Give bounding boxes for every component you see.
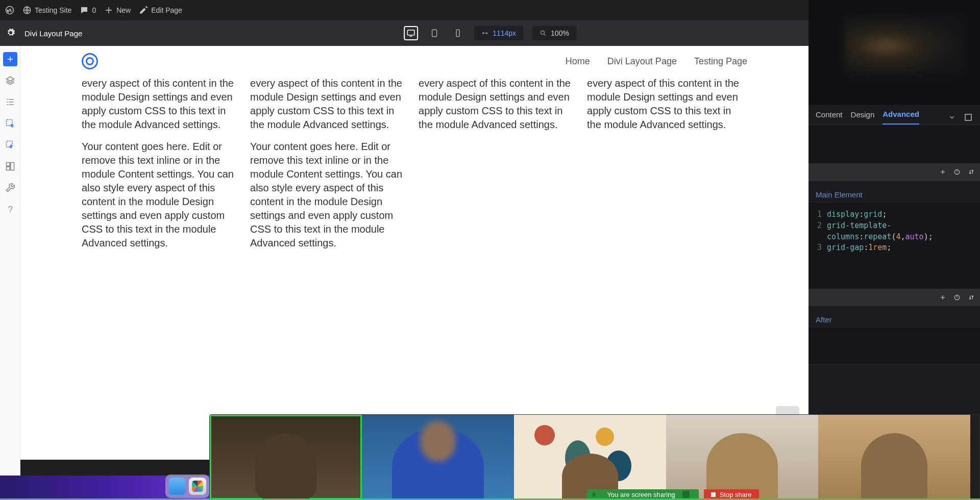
sort-icon[interactable] [968, 168, 975, 176]
nav-home[interactable]: Home [566, 56, 590, 67]
svg-text:?: ? [8, 205, 12, 214]
plus-icon [6, 55, 14, 63]
phone-view-button[interactable] [451, 26, 465, 40]
grid-cell[interactable]: Your content goes here. Edit or remove t… [250, 140, 410, 250]
grid-cell[interactable]: every aspect of this content in the modu… [82, 77, 242, 132]
new-label: New [116, 6, 131, 14]
caret-down-icon[interactable] [948, 114, 955, 121]
comments-count: 0 [92, 6, 96, 14]
viewport-width-input[interactable]: 1114px [474, 26, 523, 40]
svg-rect-13 [965, 114, 971, 120]
hover-select-button[interactable] [5, 140, 15, 152]
cursor-select-icon [5, 118, 15, 129]
settings-tabs: Content Design Advanced [808, 105, 980, 125]
width-icon [481, 30, 488, 37]
svg-rect-10 [10, 163, 14, 170]
tablet-icon [430, 29, 439, 38]
left-toolbar: ? [0, 46, 20, 500]
site-name-text: Testing Site [35, 6, 71, 14]
page-title: Divi Layout Page [24, 29, 82, 38]
tab-advanced[interactable]: Advanced [883, 110, 919, 124]
zoom-participant-tile[interactable] [210, 415, 362, 499]
divi-logo[interactable] [82, 53, 98, 69]
comments-link[interactable]: 0 [80, 6, 96, 15]
nav-divi-layout[interactable]: Divi Layout Page [607, 56, 677, 67]
stop-icon [711, 492, 716, 497]
shield-icon [682, 491, 690, 498]
wireframe-icon [5, 161, 15, 171]
grid-cell[interactable]: every aspect of this content in the modu… [587, 77, 747, 132]
svg-rect-9 [6, 163, 10, 166]
help-button[interactable]: ? [5, 204, 15, 216]
tab-content[interactable]: Content [816, 110, 843, 124]
edit-page-link[interactable]: Edit Page [139, 6, 182, 15]
tablet-view-button[interactable] [427, 26, 442, 40]
svg-point-5 [541, 31, 544, 34]
sort-icon[interactable] [968, 294, 975, 301]
site-name-link[interactable]: Testing Site [22, 6, 71, 15]
css-box-footer [808, 163, 980, 181]
edit-page-label: Edit Page [151, 6, 182, 14]
content-grid: every aspect of this content in the modu… [82, 77, 747, 250]
expand-icon[interactable] [964, 113, 973, 122]
stop-share-label: Stop share [720, 491, 752, 498]
site-nav: Home Divi Layout Page Testing Page [566, 56, 747, 67]
grid-cell[interactable]: every aspect of this content in the modu… [250, 77, 410, 132]
settings-preview-thumbnail [808, 0, 980, 105]
plus-icon[interactable] [939, 294, 946, 301]
wordpress-icon [5, 6, 14, 15]
grid-cell[interactable]: every aspect of this content in the modu… [419, 77, 579, 132]
layers-button[interactable] [5, 76, 15, 88]
wireframe-button[interactable] [5, 161, 15, 173]
css-main-element-editor[interactable]: 1display:grid; 2grid-template- columns:r… [808, 203, 980, 306]
list-button[interactable] [5, 97, 15, 109]
sharing-text: You are screen sharing [607, 491, 675, 498]
wrench-icon [5, 183, 15, 193]
css-box-footer [808, 289, 980, 306]
desktop-icon [406, 29, 415, 38]
new-link[interactable]: New [104, 6, 131, 15]
grid-cell[interactable]: Your content goes here. Edit or remove t… [82, 140, 242, 250]
viewport-controls: 1114px 100% [404, 26, 576, 40]
zoom-input[interactable]: 100% [532, 26, 576, 40]
svg-rect-2 [407, 30, 414, 35]
help-icon: ? [5, 204, 15, 214]
plus-icon[interactable] [939, 168, 946, 176]
site-icon [22, 6, 32, 15]
plus-icon [104, 6, 113, 15]
gear-icon [6, 28, 15, 37]
builder-settings-button[interactable] [6, 28, 15, 39]
css-after-box[interactable] [808, 328, 980, 365]
viewport-width-value: 1114px [493, 29, 516, 37]
layers-icon [5, 76, 15, 86]
power-icon[interactable] [953, 168, 961, 176]
zoom-participant-tile[interactable] [666, 415, 818, 499]
zoom-participant-tile[interactable] [362, 415, 514, 499]
list-icon [5, 97, 15, 107]
wp-logo[interactable] [5, 6, 14, 15]
launchpad-app[interactable] [189, 478, 206, 495]
power-icon[interactable] [953, 294, 961, 301]
phone-icon [453, 29, 462, 38]
desktop-view-button[interactable] [404, 26, 418, 40]
tools-button[interactable] [5, 183, 15, 195]
svg-rect-11 [6, 167, 10, 170]
svg-rect-3 [432, 30, 437, 37]
site-header: Home Divi Layout Page Testing Page [82, 46, 747, 73]
add-element-button[interactable] [3, 52, 17, 66]
nav-testing-page[interactable]: Testing Page [694, 56, 747, 67]
pencil-icon [139, 6, 148, 15]
css-before-box[interactable] [808, 125, 980, 181]
comment-icon [80, 6, 89, 15]
zoom-value: 100% [551, 29, 569, 37]
zoom-gallery-strip[interactable] [209, 414, 980, 500]
main-element-label: Main Element [808, 181, 980, 203]
click-select-button[interactable] [5, 118, 15, 131]
play-icon [593, 492, 596, 497]
zoom-participant-tile[interactable] [514, 415, 666, 499]
after-label: After [808, 306, 980, 328]
zoom-participant-tile[interactable] [818, 415, 970, 499]
macos-dock [165, 474, 209, 498]
finder-app[interactable] [168, 478, 186, 495]
tab-design[interactable]: Design [851, 110, 875, 124]
